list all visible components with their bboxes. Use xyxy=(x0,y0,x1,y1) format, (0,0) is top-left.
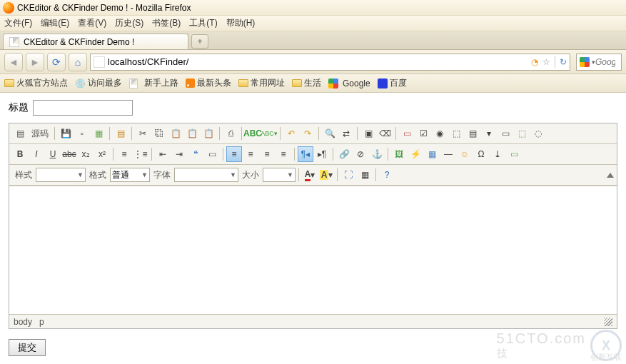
specialchar-button[interactable]: Ω xyxy=(473,146,489,162)
button-button[interactable]: ▭ xyxy=(498,126,513,141)
textfield-button[interactable]: ⬚ xyxy=(448,126,464,141)
reload-icon[interactable]: ↻ xyxy=(560,57,567,67)
print-button[interactable]: ⎙ xyxy=(223,126,238,141)
menu-tools[interactable]: 工具(T) xyxy=(189,17,217,29)
url-input[interactable] xyxy=(108,56,531,67)
ltr-button[interactable]: ¶◂ xyxy=(298,146,313,162)
reload-button[interactable]: ⟳ xyxy=(47,53,66,71)
selectall-button[interactable]: ▣ xyxy=(360,126,376,141)
search-box[interactable]: ▾ xyxy=(576,54,622,71)
textarea-button[interactable]: ▤ xyxy=(465,126,480,141)
paste-text-button[interactable]: 📋 xyxy=(184,126,200,141)
italic-button[interactable]: I xyxy=(29,146,44,162)
anchor-button[interactable]: ⚓ xyxy=(369,146,385,162)
templates-button[interactable]: ▤ xyxy=(113,126,128,141)
bold-button[interactable]: B xyxy=(12,146,28,162)
find-button[interactable]: 🔍 xyxy=(322,126,338,141)
path-p[interactable]: p xyxy=(39,317,44,327)
justifyblock-button[interactable]: ≡ xyxy=(276,146,291,162)
url-bar[interactable]: ◔ ☆ ↻ xyxy=(90,54,570,71)
subscript-button[interactable]: x₂ xyxy=(78,146,94,162)
bm-baidu[interactable]: 百度 xyxy=(378,77,407,89)
bm-google[interactable]: Google xyxy=(328,79,370,89)
smiley-button[interactable]: ☺ xyxy=(457,146,473,162)
forward-button[interactable]: ► xyxy=(26,53,44,71)
bgcolor-button[interactable]: A▾ xyxy=(318,167,334,183)
newpage-button[interactable]: ▫ xyxy=(74,126,90,141)
menu-help[interactable]: 帮助(H) xyxy=(226,17,256,29)
bulletedlist-button[interactable]: ⋮≡ xyxy=(133,146,148,162)
submit-button[interactable]: 提交 xyxy=(9,339,46,356)
scayt-button[interactable]: ABC▾ xyxy=(261,126,277,141)
textcolor-button[interactable]: A▾ xyxy=(302,167,318,183)
justifycenter-button[interactable]: ≡ xyxy=(243,146,258,162)
paste-button[interactable]: 📋 xyxy=(168,126,183,141)
cut-button[interactable]: ✂ xyxy=(135,126,151,141)
justifyleft-button[interactable]: ≡ xyxy=(226,146,242,162)
about-button[interactable]: ? xyxy=(379,167,395,183)
hr-button[interactable]: — xyxy=(440,146,456,162)
format-select[interactable]: 普通▼ xyxy=(110,168,150,182)
title-input[interactable] xyxy=(33,100,133,116)
maximize-button[interactable]: ⛶ xyxy=(340,167,356,183)
new-tab-button[interactable]: + xyxy=(191,34,208,49)
bm-headlines[interactable]: 最新头条 xyxy=(186,77,231,89)
toolbar-collapse-icon[interactable] xyxy=(607,173,614,178)
hidden-button[interactable]: ◌ xyxy=(530,126,546,141)
link-button[interactable]: 🔗 xyxy=(336,146,352,162)
redo-button[interactable]: ↷ xyxy=(300,126,315,141)
showblocks-button[interactable]: ▦ xyxy=(357,167,373,183)
back-button[interactable]: ◄ xyxy=(4,53,23,71)
undo-button[interactable]: ↶ xyxy=(283,126,299,141)
removeformat-button[interactable]: ⌫ xyxy=(377,126,393,141)
table-button[interactable]: ▦ xyxy=(424,146,440,162)
radio-button[interactable]: ◉ xyxy=(432,126,448,141)
path-body[interactable]: body xyxy=(14,317,32,327)
iframe-button[interactable]: ▭ xyxy=(506,146,522,162)
replace-button[interactable]: ⇄ xyxy=(338,126,354,141)
bm-most-visited[interactable]: 💿访问最多 xyxy=(75,77,122,89)
blockquote-button[interactable]: ❝ xyxy=(188,146,203,162)
bm-firefox-official[interactable]: 火狐官方站点 xyxy=(4,77,68,89)
bm-common-sites[interactable]: 常用网址 xyxy=(238,77,285,89)
image-button[interactable]: 🖼 xyxy=(391,146,407,162)
outdent-button[interactable]: ⇤ xyxy=(155,146,171,162)
feed-icon[interactable]: ◔ xyxy=(531,57,538,67)
paste-word-button[interactable]: 📋 xyxy=(201,126,216,141)
imagebutton-button[interactable]: ⬚ xyxy=(514,126,530,141)
justifyright-button[interactable]: ≡ xyxy=(259,146,275,162)
menu-history[interactable]: 历史(S) xyxy=(115,17,143,29)
checkbox-button[interactable]: ☑ xyxy=(415,126,431,141)
resize-grip[interactable] xyxy=(604,318,612,326)
tab-active[interactable]: CKEditor & CKFinder Demo ! xyxy=(3,34,188,49)
search-input[interactable] xyxy=(595,57,615,67)
underline-button[interactable]: U xyxy=(45,146,61,162)
save-button[interactable]: 💾 xyxy=(58,126,74,141)
numberedlist-button[interactable]: ≡ xyxy=(116,146,132,162)
indent-button[interactable]: ⇥ xyxy=(171,146,187,162)
font-select[interactable]: ▼ xyxy=(174,168,238,182)
home-button[interactable]: ⌂ xyxy=(69,53,87,71)
menu-bookmarks[interactable]: 书签(B) xyxy=(152,17,181,29)
bm-life[interactable]: 生活 xyxy=(292,77,321,89)
select-button[interactable]: ▾ xyxy=(481,126,497,141)
editor-content-area[interactable] xyxy=(9,186,617,314)
preview-button[interactable]: ▦ xyxy=(91,126,106,141)
spellcheck-button[interactable]: ABC xyxy=(245,126,261,141)
copy-button[interactable]: ⿻ xyxy=(151,126,167,141)
source-button[interactable]: ▤ xyxy=(12,126,28,141)
menu-view[interactable]: 查看(V) xyxy=(78,17,106,29)
menu-file[interactable]: 文件(F) xyxy=(4,17,32,29)
bookmark-star-icon[interactable]: ☆ xyxy=(542,57,550,67)
flash-button[interactable]: ⚡ xyxy=(408,146,423,162)
pagebreak-button[interactable]: ⤓ xyxy=(490,146,505,162)
rtl-button[interactable]: ▸¶ xyxy=(314,146,330,162)
bm-getting-started[interactable]: 新手上路 xyxy=(129,77,178,89)
superscript-button[interactable]: x² xyxy=(94,146,110,162)
unlink-button[interactable]: ⊘ xyxy=(353,146,368,162)
menu-edit[interactable]: 编辑(E) xyxy=(41,17,69,29)
strike-button[interactable]: abc xyxy=(61,146,77,162)
size-select[interactable]: ▼ xyxy=(263,168,296,182)
styles-select[interactable]: ▼ xyxy=(36,168,86,182)
form-button[interactable]: ▭ xyxy=(399,126,415,141)
